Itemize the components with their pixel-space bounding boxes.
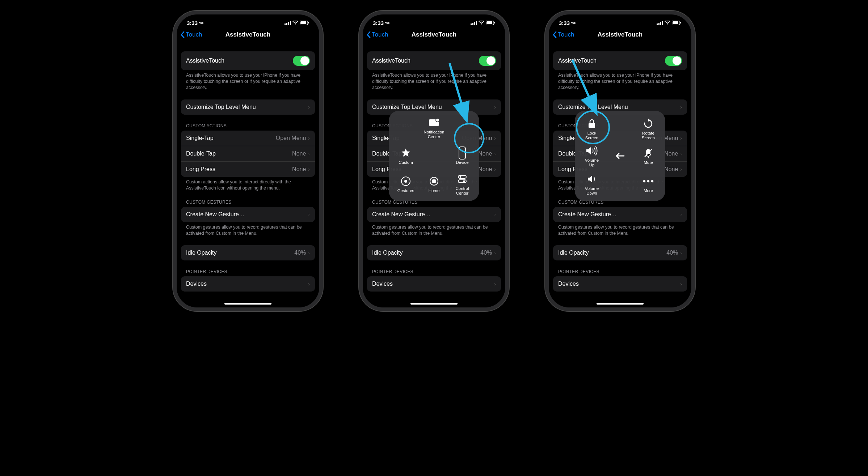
home-indicator[interactable] (597, 303, 644, 305)
item-label: Notification Center (424, 130, 444, 139)
status-time: 3:33 (187, 20, 198, 26)
wifi-icon (292, 20, 298, 26)
svg-rect-1 (286, 23, 287, 25)
device-item[interactable]: Device (456, 147, 468, 165)
home-icon (428, 175, 440, 187)
svg-rect-2 (288, 22, 289, 25)
control-center-item[interactable]: Control Center (455, 173, 469, 195)
devices-row[interactable]: Devices› (367, 276, 501, 292)
chevron-right-icon: › (680, 250, 682, 256)
device-icon (456, 147, 468, 159)
assistivetouch-toggle-row[interactable]: AssistiveTouch (367, 51, 501, 70)
row-value: None (478, 166, 492, 172)
chevron-right-icon: › (308, 166, 310, 172)
chevron-right-icon: › (680, 104, 682, 110)
phone-screenshot-2: 3:33 ↝ Touch AssistiveTouch AssistiveTou… (363, 14, 505, 307)
page-title: AssistiveTouch (226, 31, 270, 38)
location-icon: ↝ (385, 20, 389, 26)
create-gesture-row[interactable]: Create New Gesture…› (553, 207, 687, 222)
item-label: Control Center (455, 186, 469, 195)
battery-icon (672, 20, 681, 26)
single-tap-row[interactable]: Single-Tap Open Menu› (181, 131, 315, 146)
notification-center-item[interactable]: Notification Center (424, 116, 444, 139)
assistivetouch-device-submenu[interactable]: Lock Screen Rotate Screen Volume Up Mute… (575, 111, 665, 201)
back-item[interactable] (614, 150, 626, 162)
back-button[interactable]: Touch (552, 31, 574, 38)
row-label: Idle Opacity (186, 250, 216, 256)
svg-rect-27 (660, 22, 661, 25)
notch (405, 14, 463, 25)
gestures-item[interactable]: Gestures (397, 175, 414, 193)
svg-rect-10 (476, 21, 477, 25)
row-value: None (292, 150, 306, 157)
row-label: Single-Tap (186, 135, 214, 141)
devices-row[interactable]: Devices › (181, 276, 315, 292)
row-label: Create New Gesture… (372, 211, 431, 218)
more-icon (642, 175, 654, 187)
create-gesture-row[interactable]: Create New Gesture…› (367, 207, 501, 222)
toggle-switch[interactable] (479, 56, 496, 66)
phone-screenshot-1: 3:33 ↝ Touch AssistiveTouch AssistiveTou… (177, 14, 319, 307)
home-indicator[interactable] (410, 303, 458, 305)
devices-row[interactable]: Devices› (553, 276, 687, 292)
toggle-note: AssistiveTouch allows you to use your iP… (553, 72, 687, 91)
assistivetouch-toggle-row[interactable]: AssistiveTouch (181, 51, 315, 70)
toggle-switch[interactable] (293, 56, 310, 66)
battery-icon (300, 20, 309, 26)
more-item[interactable]: More (642, 175, 654, 193)
chevron-right-icon: › (494, 166, 496, 172)
assistivetouch-menu[interactable]: Custom Notification Center Device Gestur… (389, 111, 479, 201)
chevron-right-icon: › (680, 135, 682, 141)
row-value: 40% (666, 250, 678, 256)
gestures-note: Custom gestures allow you to record gest… (367, 224, 501, 237)
mute-item[interactable]: Mute (642, 147, 654, 165)
chevron-right-icon: › (680, 151, 682, 157)
back-button[interactable]: Touch (180, 31, 202, 38)
pointer-devices-header: POINTER DEVICES (367, 260, 501, 276)
double-tap-row[interactable]: Double-Tap None› (181, 146, 315, 161)
rotate-screen-item[interactable]: Rotate Screen (642, 118, 655, 140)
toggle-switch[interactable] (665, 56, 682, 66)
signal-icon (285, 20, 291, 26)
volume-down-item[interactable]: Volume Down (585, 173, 599, 195)
chevron-right-icon: › (680, 281, 682, 287)
row-label: Idle Opacity (372, 250, 403, 256)
idle-opacity-row[interactable]: Idle Opacity40%› (367, 245, 501, 260)
idle-opacity-row[interactable]: Idle Opacity40%› (553, 245, 687, 260)
home-item[interactable]: Home (428, 175, 440, 193)
settings-content[interactable]: AssistiveTouch AssistiveTouch allows you… (177, 43, 319, 299)
svg-point-22 (459, 176, 461, 178)
idle-opacity-row[interactable]: Idle Opacity 40%› (181, 245, 315, 260)
pointer-devices-header: POINTER DEVICES (553, 260, 687, 276)
back-arrow-icon (614, 150, 626, 162)
row-label: Devices (372, 281, 393, 287)
custom-actions-header: CUSTOM ACTIONS (181, 115, 315, 131)
page-title: AssistiveTouch (598, 31, 642, 38)
notch (591, 14, 649, 25)
mute-icon (642, 147, 654, 159)
lock-screen-item[interactable]: Lock Screen (585, 118, 598, 140)
row-value: 40% (480, 250, 492, 256)
customize-menu-row[interactable]: Customize Top Level Menu › (181, 99, 315, 115)
custom-item[interactable]: Custom (399, 147, 413, 165)
customize-label: Customize Top Level Menu (186, 104, 256, 110)
lock-icon (586, 118, 598, 130)
assistivetouch-toggle-row[interactable]: AssistiveTouch (553, 51, 687, 70)
row-label: Idle Opacity (558, 250, 589, 256)
svg-rect-0 (285, 24, 286, 25)
notification-icon (428, 116, 440, 129)
long-press-row[interactable]: Long Press None› (181, 161, 315, 177)
rotate-icon (642, 118, 654, 130)
create-gesture-row[interactable]: Create New Gesture… › (181, 207, 315, 222)
location-icon: ↝ (571, 20, 576, 26)
back-label: Touch (558, 31, 574, 38)
star-icon (400, 147, 412, 159)
gestures-note: Custom gestures allow you to record gest… (553, 224, 687, 237)
signal-icon (471, 20, 477, 26)
chevron-right-icon: › (494, 104, 496, 110)
volume-up-item[interactable]: Volume Up (585, 145, 599, 167)
home-indicator[interactable] (224, 303, 271, 305)
back-button[interactable]: Touch (366, 31, 388, 38)
chevron-right-icon: › (680, 166, 682, 172)
svg-rect-9 (474, 22, 475, 25)
